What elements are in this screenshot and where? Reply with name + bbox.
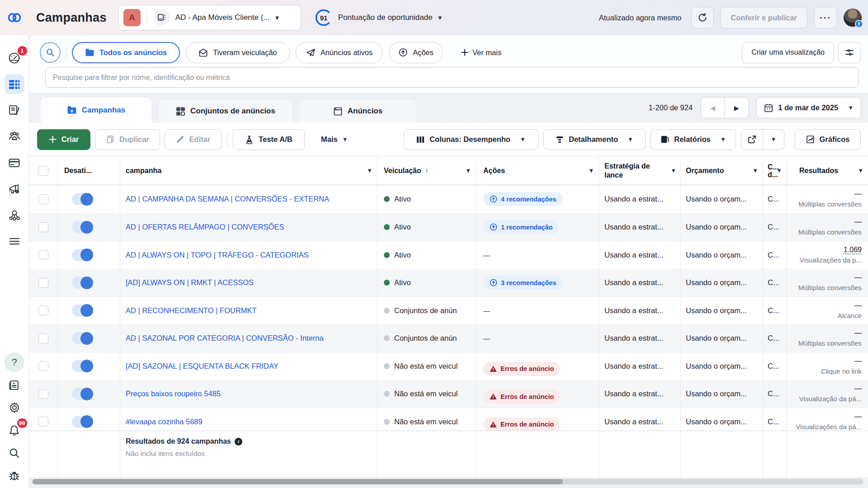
row-checkbox[interactable] <box>38 389 48 399</box>
create-button[interactable]: Criar <box>37 129 90 150</box>
sidebar-item-menu[interactable] <box>5 231 24 251</box>
sidebar-item-audiences[interactable] <box>5 127 24 146</box>
see-more-filters[interactable]: Ver mais <box>461 48 501 57</box>
sidebar-item-report-bug[interactable] <box>5 465 24 485</box>
campaign-toggle[interactable] <box>72 221 93 233</box>
tab-ad-sets[interactable]: Conjuntos de anúncios <box>159 99 292 123</box>
column-header-results[interactable]: Resultados▼ <box>787 156 868 185</box>
attribution-cell: C... <box>768 195 779 203</box>
sidebar-item-help[interactable]: ? <box>5 352 24 372</box>
sidebar-item-notifications[interactable]: 99 <box>5 420 24 440</box>
tab-ads[interactable]: Anúncios <box>300 99 416 123</box>
ad-errors-pill[interactable]: Erros de anúncio <box>483 418 560 431</box>
refresh-button[interactable] <box>691 7 714 28</box>
breakdown-button[interactable]: Detalhamento ▼ <box>543 129 646 150</box>
campaign-toggle[interactable] <box>72 360 93 372</box>
campaign-name-link[interactable]: AD | ALWAYS ON | TOPO | TRÁFEGO - CATEGO… <box>126 251 309 259</box>
sidebar-item-billing[interactable] <box>5 153 24 173</box>
column-header-attribution[interactable]: C...d...▼ <box>763 156 787 185</box>
more-actions-button[interactable]: Mais ▼ <box>321 135 348 144</box>
meta-logo[interactable] <box>0 12 29 23</box>
campaign-toggle[interactable] <box>72 332 93 344</box>
campaign-toggle[interactable] <box>72 193 93 205</box>
date-range-button[interactable]: 1 de mar de 2025 ▼ <box>756 97 861 118</box>
row-checkbox[interactable] <box>38 194 48 204</box>
column-header-actions[interactable]: Ações▼ <box>476 156 599 185</box>
recommendations-pill[interactable]: 1 recomendação <box>483 220 559 234</box>
create-view-button[interactable]: Criar uma visualização <box>742 42 834 63</box>
charts-button[interactable]: Gráficos <box>795 129 861 150</box>
delivery-status-dot <box>384 419 390 425</box>
filter-pill-all-ads[interactable]: Todos os anúncios <box>72 42 180 63</box>
recommendations-pill[interactable]: 4 recomendações <box>483 192 563 206</box>
prev-page-button[interactable]: ◀ <box>701 98 725 118</box>
campaign-name-link[interactable]: AD | SAZONAL POR CATEGORIA | CONVERSÃO -… <box>126 334 324 343</box>
reports-button[interactable]: Relatórios ▼ <box>651 129 736 150</box>
filter-pill-actions[interactable]: Ações <box>389 42 443 63</box>
row-checkbox[interactable] <box>38 278 48 288</box>
duplicate-button[interactable]: Duplicar <box>95 129 160 150</box>
campaign-toggle[interactable] <box>72 388 93 400</box>
info-icon[interactable]: i <box>235 438 242 446</box>
campaign-name-link[interactable]: Preços baixos roupeiro 5485 <box>126 389 221 398</box>
row-checkbox[interactable] <box>38 222 48 232</box>
sidebar-item-pages[interactable] <box>5 100 24 120</box>
column-header-campaign[interactable]: campanha▼ <box>120 156 377 185</box>
campaign-name-link[interactable]: AD | RECONHECIMENTO | FOURMKT <box>126 306 257 315</box>
columns-button[interactable]: Colunas: Desempenho ▼ <box>404 129 538 150</box>
recommendations-pill[interactable]: 3 recomendações <box>483 276 563 290</box>
ad-errors-pill[interactable]: Erros de anúncio <box>483 389 560 404</box>
chevron-down-icon: ▼ <box>752 167 758 174</box>
next-page-button[interactable]: ▶ <box>725 98 748 118</box>
sidebar-item-campaigns[interactable] <box>5 74 24 94</box>
column-header-budget[interactable]: Orçamento▼ <box>680 156 763 185</box>
pager: ◀ ▶ <box>701 97 749 118</box>
user-avatar[interactable]: f <box>844 9 862 27</box>
campaign-toggle[interactable] <box>72 277 93 289</box>
campaign-toggle[interactable] <box>72 416 93 428</box>
scrollbar-thumb[interactable] <box>33 479 563 484</box>
export-button[interactable] <box>741 130 763 150</box>
column-header-toggle[interactable]: Desati... <box>58 156 120 185</box>
campaign-toggle[interactable] <box>72 305 93 317</box>
campaign-toggle[interactable] <box>72 249 93 261</box>
filter-pill-active-ads[interactable]: Anúncios ativos <box>296 42 383 63</box>
search-filter-input[interactable] <box>53 74 851 82</box>
export-options-button[interactable]: ▼ <box>763 130 784 150</box>
sidebar-item-business-assets[interactable] <box>5 205 24 225</box>
campaign-name-link[interactable]: [AD] SAZONAL | ESQUENTA BLACK FRIDAY <box>126 362 278 371</box>
campaign-name-link[interactable]: [AD] ALWAYS ON | RMKT | ACESSOS <box>126 278 254 287</box>
column-header-delivery[interactable]: Veiculação↑▼ <box>377 156 476 185</box>
select-all-checkbox[interactable] <box>38 166 48 176</box>
edit-button[interactable]: Editar <box>165 129 222 150</box>
row-checkbox[interactable] <box>38 417 48 427</box>
campaign-name-link[interactable]: AD | CAMPANHA DA SEMANA | CONVERSÕES - E… <box>126 195 329 203</box>
row-checkbox[interactable] <box>38 305 48 315</box>
sidebar-item-overview[interactable]: 1 <box>5 48 24 68</box>
tab-campaigns[interactable]: Campanhas <box>41 97 151 123</box>
more-options-button[interactable]: ··· <box>814 7 837 28</box>
row-checkbox[interactable] <box>38 333 48 343</box>
column-header-bid-strategy[interactable]: Estratégia de lance▼ <box>599 156 680 185</box>
ad-errors-pill[interactable]: Erros de anúncio <box>483 362 560 376</box>
footer-results-subtitle: Não inclui itens excluídos <box>126 450 205 458</box>
campaign-name-link[interactable]: AD | OFERTAS RELÂMPAGO | CONVERSÕES <box>126 223 284 231</box>
sidebar-item-ads-settings[interactable] <box>5 179 24 199</box>
result-label: Visualização da pá... <box>799 394 862 404</box>
budget-cell: Usando o orçam... <box>686 334 747 343</box>
sidebar-item-settings[interactable] <box>5 398 24 418</box>
row-checkbox[interactable] <box>38 361 48 371</box>
filter-pill-had-delivery[interactable]: Tiveram veiculação <box>186 42 290 63</box>
sidebar-item-updates[interactable] <box>5 375 24 395</box>
review-publish-button[interactable]: Conferir e publicar <box>720 7 807 28</box>
account-selector[interactable]: A AD - Apa Móveis Cliente (... ▼ <box>118 5 301 30</box>
top-header: Campanhas A AD - Apa Móveis Cliente (...… <box>0 0 868 35</box>
attribution-cell: C... <box>768 334 779 343</box>
row-checkbox[interactable] <box>38 250 48 260</box>
filter-search-button[interactable] <box>40 42 61 63</box>
ab-test-button[interactable]: Teste A/B <box>233 129 305 150</box>
view-settings-button[interactable] <box>838 42 861 63</box>
campaign-name-link[interactable]: #levaapa cozinha 5689 <box>126 418 203 426</box>
sidebar-item-search[interactable] <box>5 443 24 463</box>
opportunity-score[interactable]: 91 Pontuação de oportunidade ▼ <box>315 9 443 27</box>
